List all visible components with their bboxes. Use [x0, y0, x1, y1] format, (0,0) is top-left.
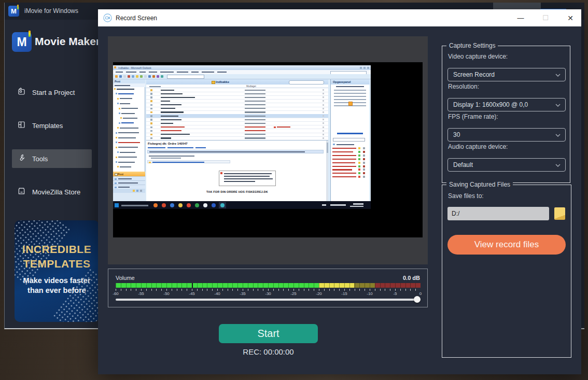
- message-subject-bar: [161, 111, 184, 112]
- volume-tick-marks: [116, 289, 421, 291]
- task-category-icon: [358, 172, 360, 174]
- tree-item-bar: [120, 103, 130, 104]
- tree-item-bar: [121, 108, 138, 109]
- outlook-inbox-search: [289, 80, 324, 85]
- task-category-icon: [358, 158, 360, 160]
- volume-tick-label: -35: [240, 291, 246, 296]
- taskbar-app-icon: [162, 203, 166, 207]
- outlook-module-button: [113, 185, 145, 189]
- message-flag-icon: [323, 122, 324, 124]
- message-subject-bar: [161, 97, 195, 98]
- row-separator: [146, 136, 328, 137]
- outlook-order-banner: TAK FOR DIN ORDRE HOS FISKEGREJ.DK: [146, 190, 328, 193]
- taskbar-app-icon: [153, 203, 158, 207]
- message-subject-bar: [161, 119, 181, 120]
- volume-tick-label: -30: [265, 291, 271, 296]
- volume-tick-label: -10: [367, 291, 373, 296]
- menu-item-bar: [126, 72, 136, 73]
- tree-item-bar: [121, 122, 134, 123]
- message-flag-icon: [323, 96, 324, 98]
- close-icon[interactable]: ✕: [558, 9, 582, 26]
- view-record-files-button[interactable]: View record files: [447, 235, 566, 255]
- volume-panel: Volume 0.0 dB -60-55-50-45-40-35-30-25-2…: [108, 269, 428, 307]
- rec-timer: REC: 00:00:00: [219, 347, 318, 356]
- message-date-bar: [245, 123, 265, 124]
- message-flag-icon: [323, 134, 324, 135]
- outlook-window-controls: [360, 67, 369, 69]
- message-flag-icon: [323, 108, 324, 109]
- minimize-icon[interactable]: —: [509, 9, 533, 26]
- video-device-select[interactable]: Screen Record: [447, 68, 566, 81]
- message-subject-bar: [161, 90, 174, 91]
- task-category-icon: [358, 165, 360, 167]
- sidebar-item-templates[interactable]: Templates: [17, 116, 99, 135]
- message-date-bar: [245, 126, 265, 128]
- message-date-bar: [245, 108, 265, 109]
- maximize-icon[interactable]: ☐: [534, 9, 557, 26]
- message-flag-icon: [323, 89, 324, 91]
- volume-tick-label: 0: [419, 291, 422, 296]
- message-date-bar: [245, 90, 265, 91]
- group-legend: Capture Settings: [446, 42, 498, 49]
- overdue-label-bar: [277, 126, 290, 128]
- toolbar-combo: [167, 75, 204, 79]
- volume-slider-handle[interactable]: [414, 296, 421, 303]
- overdue-icon: [274, 126, 276, 129]
- taskbar-app-icon: [178, 203, 183, 207]
- sidebar-item-tools[interactable]: Tools: [17, 149, 99, 168]
- fps-select[interactable]: 30: [447, 128, 566, 142]
- volume-tick-labels: -60-55-50-45-40-35-30-25-20-15-10-50: [116, 291, 421, 297]
- outlook-module-button: [113, 180, 145, 185]
- tree-item-icon: [119, 108, 120, 109]
- captured-screen: Indbakke - Microsoft Outlook Post Post: [113, 65, 371, 209]
- message-icon: [150, 93, 152, 95]
- message-date-bar: [245, 111, 265, 112]
- task-text-bar: [332, 148, 356, 149]
- message-date-bar: [245, 119, 265, 120]
- outlook-message-rows: [146, 88, 328, 140]
- menu-item-bar: [116, 72, 123, 73]
- row-separator: [146, 133, 328, 133]
- message-icon: [150, 126, 152, 129]
- promo-subtitle: than ever before: [15, 286, 99, 294]
- tree-item-bar: [120, 166, 131, 167]
- save-path-input[interactable]: D:/: [447, 207, 549, 220]
- menu-item-bar: [191, 72, 199, 73]
- message-flag-icon: [323, 126, 324, 128]
- browse-folder-icon[interactable]: [554, 207, 565, 220]
- task-flag-icon: [363, 172, 365, 174]
- task-text-bar: [332, 176, 356, 177]
- row-separator: [146, 92, 328, 92]
- volume-label: Volume: [116, 275, 135, 281]
- outlook-task-rows: [331, 147, 370, 183]
- sidebar-item-start-a-project[interactable]: Start a Project: [17, 83, 99, 102]
- chevron-down-icon: [555, 164, 561, 167]
- tree-item-bar: [118, 93, 134, 94]
- volume-slider-track[interactable]: [116, 299, 421, 301]
- group-legend: Saving Captured Files: [446, 181, 513, 188]
- outlook-titlebar: Indbakke - Microsoft Outlook: [113, 65, 371, 70]
- outlook-task-input: [333, 138, 365, 142]
- start-recording-button[interactable]: Start: [219, 324, 318, 343]
- outlook-module-icons: [113, 189, 145, 193]
- task-text-bar: [332, 162, 355, 163]
- task-category-icon: [358, 151, 360, 153]
- toolbar-icon: [123, 75, 126, 78]
- audio-device-select[interactable]: Default: [447, 158, 566, 172]
- message-flag-icon: [323, 111, 324, 113]
- toolbar-icon: [148, 75, 151, 78]
- task-flag-icon: [363, 176, 365, 178]
- message-date-bar: [245, 130, 265, 131]
- promo-banner[interactable]: INCREDIBLE TEMPLATES Make videos faster …: [15, 220, 99, 322]
- message-subject-bar: [161, 134, 190, 135]
- message-icon: [150, 104, 152, 106]
- sidebar-item-moviezilla-store[interactable]: MovieZilla Store: [17, 182, 99, 201]
- resolution-select[interactable]: Display 1: 1600x900 @ 0,0: [447, 98, 566, 111]
- row-separator: [146, 118, 328, 118]
- menu-item-bar: [202, 72, 214, 73]
- task-category-icon: [358, 168, 360, 171]
- message-flag-icon: [323, 93, 324, 94]
- volume-tick-label: -15: [341, 291, 347, 296]
- toolbar-icon: [161, 75, 163, 78]
- row-separator: [146, 129, 328, 129]
